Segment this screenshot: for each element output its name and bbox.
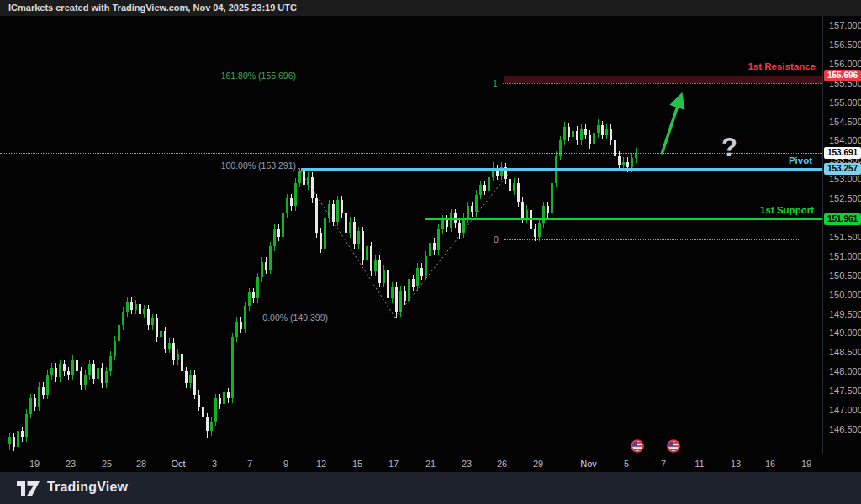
candle bbox=[383, 270, 385, 283]
candle bbox=[269, 246, 272, 269]
candle bbox=[185, 371, 188, 383]
candle bbox=[101, 368, 103, 383]
tradingview-logo-icon[interactable] bbox=[17, 481, 40, 499]
candle bbox=[210, 422, 213, 431]
time-tick: 12 bbox=[316, 459, 326, 469]
candle bbox=[46, 375, 49, 395]
price-tick: 157.000 bbox=[829, 20, 861, 30]
candle bbox=[240, 322, 242, 329]
time-tick: 7 bbox=[661, 459, 666, 469]
pivot-line[interactable] bbox=[301, 168, 822, 171]
candle bbox=[231, 337, 234, 398]
time-tick: 21 bbox=[425, 459, 436, 469]
question-mark-annotation[interactable]: ? bbox=[721, 133, 737, 163]
candle bbox=[622, 162, 625, 166]
candle bbox=[509, 179, 511, 191]
candle bbox=[164, 331, 166, 349]
price-tick: 147.000 bbox=[829, 405, 861, 415]
candle bbox=[353, 222, 356, 244]
candle bbox=[408, 279, 410, 300]
candle bbox=[605, 129, 608, 135]
candle bbox=[563, 127, 566, 140]
us-flag-event-icon[interactable] bbox=[667, 439, 680, 453]
candle bbox=[168, 343, 171, 349]
time-axis[interactable]: 19232528Oct37912151721232629Nov571113161… bbox=[0, 454, 861, 473]
price-tick: 147.500 bbox=[829, 386, 861, 396]
candle bbox=[256, 277, 259, 298]
candle bbox=[362, 231, 364, 260]
candle bbox=[177, 354, 179, 360]
candle bbox=[189, 375, 192, 383]
support-line[interactable] bbox=[425, 218, 822, 220]
candle bbox=[214, 398, 217, 421]
candle bbox=[404, 291, 406, 300]
candle bbox=[55, 368, 57, 377]
last-price-box: 153.691 bbox=[824, 147, 861, 159]
us-flag-event-icon[interactable] bbox=[631, 439, 644, 453]
support-label[interactable]: 1st Support bbox=[760, 205, 814, 215]
candle bbox=[38, 387, 40, 407]
candle bbox=[156, 318, 158, 337]
candle bbox=[151, 318, 154, 325]
chart-canvas[interactable]: 1st Resistance 161.80% (155.696) 1 Pivot… bbox=[0, 16, 822, 454]
resistance-zone bbox=[504, 76, 822, 83]
candle bbox=[21, 431, 24, 437]
candle bbox=[395, 287, 398, 312]
candle bbox=[547, 206, 549, 213]
price-tick: 154.500 bbox=[829, 117, 861, 127]
candle bbox=[551, 183, 553, 214]
candle bbox=[635, 153, 637, 158]
price-tick: 148.500 bbox=[829, 347, 861, 357]
extension-1-line[interactable] bbox=[503, 83, 822, 84]
candle bbox=[568, 127, 570, 136]
candle bbox=[311, 177, 314, 198]
candle bbox=[202, 407, 204, 418]
candle bbox=[593, 133, 595, 144]
candle bbox=[307, 177, 309, 185]
candle bbox=[198, 395, 200, 407]
tradingview-chart-screenshot: ICmarkets created with TradingView.com, … bbox=[0, 0, 861, 504]
pivot-price-box: 153.257 bbox=[824, 163, 861, 175]
tradingview-wordmark[interactable]: TradingView bbox=[47, 480, 128, 495]
candle bbox=[193, 375, 196, 395]
price-tick: 151.500 bbox=[829, 232, 861, 242]
extension-0-line[interactable] bbox=[504, 239, 800, 240]
candle bbox=[118, 325, 120, 340]
time-tick: 9 bbox=[283, 459, 288, 469]
candle bbox=[88, 364, 91, 375]
price-tick: 149.500 bbox=[829, 309, 861, 319]
candle bbox=[542, 206, 545, 223]
resistance-label[interactable]: 1st Resistance bbox=[747, 61, 816, 71]
candle bbox=[92, 364, 95, 379]
candle bbox=[265, 262, 267, 270]
extension-0-label: 0 bbox=[494, 234, 499, 244]
candle bbox=[17, 431, 19, 446]
candle bbox=[126, 302, 129, 312]
pivot-label[interactable]: Pivot bbox=[789, 155, 812, 165]
candle bbox=[584, 129, 587, 135]
candle bbox=[513, 183, 515, 191]
candle bbox=[172, 343, 175, 360]
candle bbox=[517, 183, 520, 202]
candle bbox=[80, 371, 82, 385]
fib-0-line[interactable] bbox=[333, 318, 822, 318]
candle bbox=[273, 229, 276, 247]
candle bbox=[248, 292, 251, 306]
candle bbox=[589, 135, 591, 144]
candle bbox=[521, 202, 524, 218]
resistance-line[interactable] bbox=[504, 76, 822, 76]
time-tick: 15 bbox=[352, 459, 362, 469]
fib-100-label: 100.00% (153.291) bbox=[212, 160, 296, 171]
candle bbox=[105, 371, 108, 383]
candle bbox=[580, 129, 583, 141]
time-tick: 19 bbox=[801, 459, 811, 469]
candle bbox=[450, 213, 452, 227]
candle bbox=[84, 375, 87, 385]
time-tick: 25 bbox=[102, 459, 112, 469]
candle bbox=[29, 398, 32, 413]
candle bbox=[458, 223, 461, 233]
candle bbox=[130, 302, 133, 310]
candle bbox=[286, 198, 288, 213]
price-axis[interactable]: 157.000156.500156.000155.500155.000154.5… bbox=[822, 16, 861, 454]
candle bbox=[13, 437, 15, 446]
